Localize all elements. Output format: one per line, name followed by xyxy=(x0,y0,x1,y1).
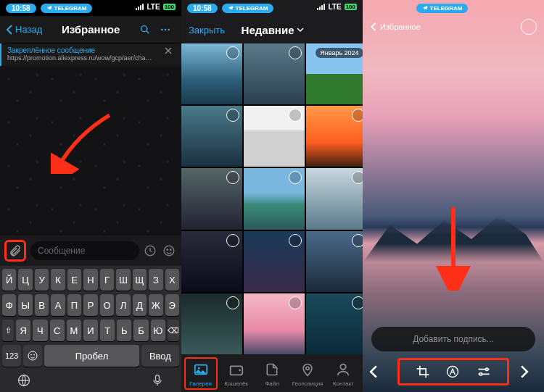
key[interactable]: О xyxy=(100,294,114,316)
sliders-icon xyxy=(476,364,492,379)
album-selector[interactable]: Недавние xyxy=(225,24,321,36)
picker-header: Закрыть Недавние xyxy=(181,16,363,43)
key[interactable]: И xyxy=(83,320,98,341)
key[interactable]: Ч xyxy=(33,320,47,341)
select-circle[interactable] xyxy=(289,234,302,247)
battery-label: 100 xyxy=(345,4,357,10)
select-toggle[interactable] xyxy=(521,19,537,35)
attachment-tabbar: Галерея Кошелёк Файл Геопозиция Контакт xyxy=(181,354,363,392)
key[interactable]: А xyxy=(51,294,65,316)
globe-icon[interactable] xyxy=(17,373,31,388)
breadcrumb[interactable]: Избранное xyxy=(380,22,421,31)
svg-point-18 xyxy=(448,367,458,378)
select-circle[interactable] xyxy=(226,171,239,184)
key[interactable]: Я xyxy=(16,320,30,341)
key[interactable]: Ы xyxy=(18,294,32,316)
select-circle[interactable] xyxy=(226,109,239,122)
key[interactable]: Й xyxy=(2,269,16,291)
select-circle[interactable] xyxy=(289,109,302,122)
key[interactable]: К xyxy=(51,269,65,291)
close-button[interactable]: Закрыть xyxy=(189,25,225,36)
next-photo[interactable] xyxy=(519,365,538,378)
key[interactable]: Б xyxy=(133,320,148,341)
crop-button[interactable] xyxy=(416,364,430,379)
pinned-message[interactable]: Закреплённое сообщение https://promotion… xyxy=(0,43,181,66)
photo-thumbnail[interactable] xyxy=(181,106,242,167)
photo-thumbnail[interactable] xyxy=(306,168,363,229)
photo-thumbnail[interactable] xyxy=(306,293,363,354)
photo-thumbnail[interactable]: Январь 2024 xyxy=(306,43,363,104)
text-button[interactable] xyxy=(445,364,460,379)
attach-button[interactable] xyxy=(4,240,26,262)
key[interactable]: М xyxy=(67,320,81,341)
mic-icon[interactable] xyxy=(150,373,165,388)
key[interactable]: Щ xyxy=(133,269,147,291)
adjust-button[interactable] xyxy=(476,364,492,379)
tab-file[interactable]: Файл xyxy=(255,360,289,387)
back-button[interactable]: Назад xyxy=(6,24,42,35)
key[interactable]: Е xyxy=(67,269,81,291)
photo-thumbnail[interactable] xyxy=(244,106,305,167)
key[interactable]: Р xyxy=(83,294,97,316)
photo-thumbnail[interactable] xyxy=(244,43,305,104)
emoji-key[interactable] xyxy=(23,345,42,367)
key[interactable]: П xyxy=(67,294,81,316)
caption-input[interactable]: Добавить подпись... xyxy=(371,327,535,351)
date-badge: Январь 2024 xyxy=(316,48,363,58)
photo-thumbnail[interactable] xyxy=(244,231,305,292)
select-circle[interactable] xyxy=(352,296,363,309)
key[interactable]: Н xyxy=(83,269,97,291)
key[interactable]: Э xyxy=(165,294,179,316)
space-key[interactable]: Пробел xyxy=(44,345,139,367)
photo-thumbnail[interactable] xyxy=(181,231,242,292)
select-circle[interactable] xyxy=(226,296,239,309)
key[interactable]: Ю xyxy=(151,320,165,341)
tab-contact[interactable]: Контакт xyxy=(326,360,360,387)
shift-key[interactable]: ⇧ xyxy=(2,320,14,341)
photo-thumbnail[interactable] xyxy=(181,43,242,104)
enter-key[interactable]: Ввод xyxy=(141,345,179,367)
prev-photo[interactable] xyxy=(368,365,387,378)
keyboard[interactable]: Й Ц У К Е Н Г Ш Щ З Х Ф Ы В А П Р О Л Д … xyxy=(0,266,181,392)
select-circle[interactable] xyxy=(289,171,302,184)
photo-thumbnail[interactable] xyxy=(244,168,305,229)
tab-location[interactable]: Геопозиция xyxy=(291,360,324,387)
pinned-close[interactable] xyxy=(161,46,176,55)
sticker-button[interactable] xyxy=(162,244,177,257)
photo-thumbnail[interactable] xyxy=(306,106,363,167)
key[interactable]: В xyxy=(35,294,49,316)
key[interactable]: Ц xyxy=(18,269,32,291)
key[interactable]: С xyxy=(50,320,65,341)
select-circle[interactable] xyxy=(289,46,302,59)
tab-wallet[interactable]: Кошелёк xyxy=(220,360,253,387)
photo-thumbnail[interactable] xyxy=(244,293,305,354)
key[interactable]: Ш xyxy=(116,269,130,291)
photo-thumbnail[interactable] xyxy=(306,231,363,292)
select-circle[interactable] xyxy=(226,234,239,247)
key[interactable]: Л xyxy=(116,294,130,316)
key[interactable]: Ь xyxy=(117,320,131,341)
message-input[interactable]: Сообщение xyxy=(30,241,139,260)
photo-thumbnail[interactable] xyxy=(181,168,242,229)
search-button[interactable] xyxy=(139,24,155,36)
key[interactable]: Ф xyxy=(2,294,16,316)
key[interactable]: Г xyxy=(100,269,114,291)
key[interactable]: Д xyxy=(133,294,147,316)
key[interactable]: У xyxy=(35,269,49,291)
photo-thumbnail[interactable] xyxy=(181,293,242,354)
select-circle[interactable] xyxy=(289,296,302,309)
key[interactable]: Т xyxy=(100,320,115,341)
more-button[interactable] xyxy=(160,24,176,36)
svg-point-19 xyxy=(485,368,487,370)
schedule-button[interactable] xyxy=(144,244,158,257)
select-circle[interactable] xyxy=(352,171,363,184)
tab-gallery[interactable]: Галерея xyxy=(184,357,218,390)
backspace-key[interactable]: ⌫ xyxy=(168,320,179,341)
select-circle[interactable] xyxy=(226,46,239,59)
select-circle[interactable] xyxy=(352,109,363,122)
numbers-key[interactable]: 123 xyxy=(2,345,21,367)
select-circle[interactable] xyxy=(352,234,363,247)
key[interactable]: З xyxy=(149,269,162,291)
key[interactable]: Х xyxy=(165,269,179,291)
key[interactable]: Ж xyxy=(149,294,162,316)
